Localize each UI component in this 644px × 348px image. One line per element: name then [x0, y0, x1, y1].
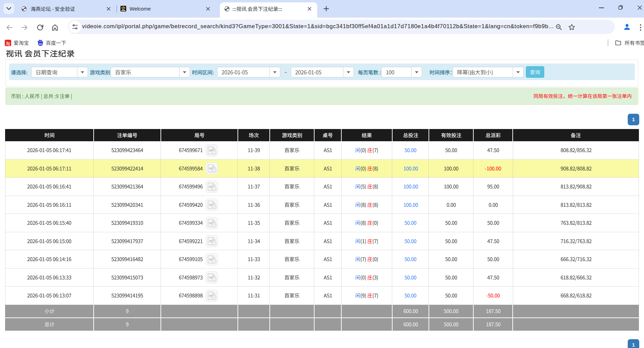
svg-text:du: du: [39, 42, 42, 45]
